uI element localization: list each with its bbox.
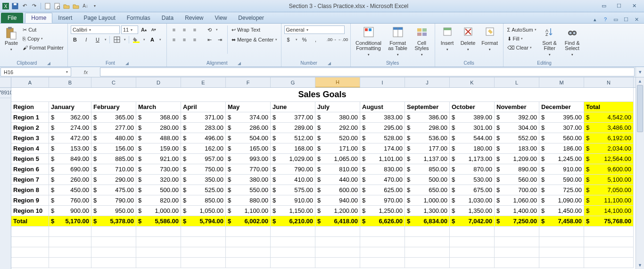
decrease-indent-icon[interactable]: ⇤ [206, 35, 214, 44]
col-header-B[interactable]: B [49, 77, 91, 87]
cell[interactable] [91, 227, 136, 237]
cell[interactable]: $600.00 [315, 185, 360, 195]
cell[interactable]: $371.00 [181, 112, 226, 123]
col-header-H[interactable]: H [315, 77, 360, 87]
cell[interactable]: $1,090.00 [539, 195, 584, 206]
orientation-icon[interactable]: ⟲ [206, 25, 214, 34]
col-header-M[interactable]: M [539, 77, 584, 87]
tab-page-layout[interactable]: Page Layout [78, 13, 121, 23]
region-cell[interactable]: Region 6 [11, 164, 49, 175]
cell[interactable]: $470.00 [360, 175, 405, 185]
qat-customize-icon[interactable]: ▾ [91, 2, 99, 10]
header-cell[interactable]: Total [584, 102, 634, 112]
clear-button[interactable]: ⌫Clear▾ [506, 43, 537, 52]
cell[interactable]: $560.00 [539, 133, 584, 143]
header-cell[interactable]: May [226, 102, 271, 112]
cell[interactable] [539, 247, 584, 258]
cell[interactable]: $910.00 [539, 164, 584, 175]
cell[interactable]: $790.00 [271, 164, 315, 175]
cell[interactable]: $5,794.00 [181, 216, 226, 227]
cell[interactable] [315, 227, 360, 237]
cell[interactable]: $11,100.00 [584, 195, 634, 206]
cell[interactable] [360, 227, 405, 237]
cell[interactable]: $921.00 [136, 154, 181, 164]
tab-file[interactable]: File [1, 13, 23, 23]
sort-icon[interactable]: A↓ [82, 2, 89, 10]
cell[interactable] [271, 247, 315, 258]
cell[interactable]: $156.00 [91, 143, 136, 154]
cell[interactable] [91, 258, 136, 268]
cell[interactable]: $625.00 [360, 185, 405, 195]
header-cell[interactable]: July [315, 102, 360, 112]
cell[interactable]: $180.00 [450, 143, 495, 154]
sort-filter-button[interactable]: AZSort & Filter▾ [539, 25, 560, 58]
title-cell[interactable]: Sales Goals [11, 88, 634, 102]
cell[interactable] [405, 237, 450, 247]
border-icon[interactable] [113, 35, 121, 44]
find-select-button[interactable]: Find & Select▾ [562, 25, 583, 58]
cell[interactable]: $5,586.00 [136, 216, 181, 227]
cell[interactable] [136, 247, 181, 258]
cell[interactable]: $186.00 [539, 143, 584, 154]
cell[interactable]: $1,250.00 [360, 206, 405, 216]
cell[interactable]: $6,002.00 [226, 216, 271, 227]
cell[interactable]: $274.00 [49, 123, 91, 133]
cell[interactable]: $1,209.00 [495, 154, 539, 164]
cell[interactable] [584, 237, 634, 247]
col-header-E[interactable]: E [181, 77, 226, 87]
cell[interactable] [181, 258, 226, 268]
cell[interactable]: $2,034.00 [584, 143, 634, 154]
cell[interactable]: $525.00 [181, 185, 226, 195]
underline-icon[interactable]: U [93, 35, 102, 44]
cell[interactable]: $1,173.00 [450, 154, 495, 164]
col-header-A[interactable]: A [11, 77, 49, 87]
cell[interactable]: $1,200.00 [315, 206, 360, 216]
mdi-restore-icon[interactable]: ☐ [622, 16, 630, 23]
cell[interactable]: $392.00 [495, 112, 539, 123]
cell[interactable]: $675.00 [450, 185, 495, 195]
cell[interactable]: $320.00 [136, 175, 181, 185]
cell[interactable]: $690.00 [49, 164, 91, 175]
header-cell[interactable]: September [405, 102, 450, 112]
cell[interactable]: $1,150.00 [271, 206, 315, 216]
cell[interactable]: $292.00 [315, 123, 360, 133]
cell[interactable]: $289.00 [271, 123, 315, 133]
cell[interactable]: $171.00 [315, 143, 360, 154]
format-cells-button[interactable]: Format▾ [479, 25, 500, 53]
cell[interactable] [181, 247, 226, 258]
cell[interactable]: $75,768.00 [584, 216, 634, 227]
select-all-corner[interactable] [0, 77, 11, 88]
cell[interactable] [11, 258, 49, 268]
cell[interactable] [360, 247, 405, 258]
cell[interactable] [495, 237, 539, 247]
cell[interactable]: $6,192.00 [584, 133, 634, 143]
cell[interactable] [584, 247, 634, 258]
cell[interactable]: $5,170.00 [49, 216, 91, 227]
cell[interactable]: $6,418.00 [315, 216, 360, 227]
cell[interactable]: $730.00 [136, 164, 181, 175]
cell[interactable]: $850.00 [181, 195, 226, 206]
col-header-K[interactable]: K [450, 77, 495, 87]
comma-icon[interactable]: , [312, 35, 320, 44]
cell[interactable]: $770.00 [226, 164, 271, 175]
header-cell[interactable]: March [136, 102, 181, 112]
region-cell[interactable]: Region 9 [11, 195, 49, 206]
undo-icon[interactable]: ↶ [21, 2, 28, 10]
increase-decimal-icon[interactable]: .00→ [328, 35, 336, 44]
cell[interactable]: $885.00 [91, 154, 136, 164]
cell[interactable] [49, 237, 91, 247]
cell[interactable]: $165.00 [226, 143, 271, 154]
cell[interactable] [226, 237, 271, 247]
cell[interactable]: $520.00 [315, 133, 360, 143]
minimize-button[interactable]: ▭ [599, 2, 609, 10]
header-cell[interactable]: Region [11, 102, 49, 112]
cell[interactable] [181, 237, 226, 247]
header-cell[interactable]: October [450, 102, 495, 112]
cell[interactable]: $993.00 [226, 154, 271, 164]
col-header-J[interactable]: J [405, 77, 450, 87]
paste-button[interactable]: Paste▾ [3, 25, 20, 53]
font-dialog-icon[interactable]: ◢ [125, 61, 129, 66]
conditional-formatting-button[interactable]: Conditional Formatting▾ [354, 25, 384, 58]
cell[interactable]: $7,458.00 [539, 216, 584, 227]
header-cell[interactable]: December [539, 102, 584, 112]
